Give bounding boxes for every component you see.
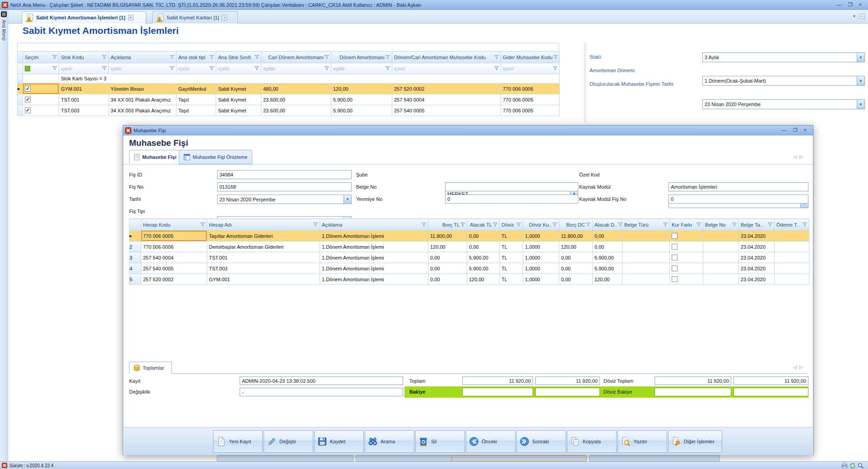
col-header-borc-dc[interactable]: Borç DC: [559, 219, 593, 231]
col-header-borc-tl[interactable]: Borç TL: [428, 219, 467, 231]
tab-sabit-kiymet-kartlari[interactable]: Sabit Kıymet Kartları [1] ×: [152, 11, 238, 23]
filter-funnel-icon[interactable]: [803, 223, 807, 227]
table-row[interactable]: ▸ 770 006 0005 Taşıtlar Amortisman Gider…: [130, 231, 809, 241]
tab-toplamlar[interactable]: Toplamlar: [129, 362, 172, 374]
filter-funnel-icon[interactable]: [552, 223, 557, 227]
col-header-cari-donem[interactable]: Cari Dönem Amortismanı: [261, 51, 331, 63]
totals-prev-icon[interactable]: ◁: [794, 365, 797, 370]
col-header-donem[interactable]: Dönem Amortismanı: [331, 51, 392, 63]
table-row[interactable]: ▸ ✓ GYM.001 Yönetim Binası GayriMenkul S…: [18, 84, 560, 94]
select-all-checkbox[interactable]: [25, 66, 30, 71]
filter-funnel-icon[interactable]: [325, 55, 329, 59]
filter-funnel-icon[interactable]: [663, 223, 668, 227]
yazdir-button[interactable]: Yazdır: [617, 430, 667, 453]
filter-aciklama[interactable]: içerir:: [109, 63, 176, 74]
row-select-cell[interactable]: ✓: [23, 105, 59, 116]
filter-funnel-icon[interactable]: [200, 223, 205, 227]
statu-select[interactable]: 3 Aylık ▼: [702, 52, 865, 62]
filter-funnel-icon[interactable]: [422, 223, 426, 227]
col-header-gider-muhasebe-kodu[interactable]: Gider Muhasebe Kodu: [501, 51, 560, 63]
filter-funnel-icon[interactable]: [696, 223, 701, 227]
sonraki-button[interactable]: Sonraki: [516, 430, 566, 453]
filter-funnel-icon[interactable]: [313, 223, 318, 227]
col-header-belge-turu[interactable]: Belge Türü: [622, 219, 670, 231]
arama-button[interactable]: Arama: [365, 430, 414, 453]
row-checkbox[interactable]: ✓: [25, 107, 31, 113]
col-header-ana-stok-tipi[interactable]: Ana stok tipi: [176, 51, 216, 63]
filter-funnel-icon[interactable]: [553, 66, 557, 70]
filter-cari-donem[interactable]: eşittir:: [261, 63, 331, 74]
kaynak-modul-fis-no-field[interactable]: 0: [668, 195, 808, 204]
yeni-kayit-button[interactable]: Yeni Kayıt: [213, 430, 263, 453]
col-header-belge-tarihi[interactable]: Belge Ta..: [739, 219, 775, 231]
col-header-aciklama[interactable]: Açıklama: [320, 219, 428, 231]
filter-funnel-icon[interactable]: [170, 55, 174, 59]
col-header-doviz[interactable]: Döviz: [500, 219, 523, 231]
filter-funnel-icon[interactable]: [255, 66, 259, 70]
fis-id-field[interactable]: 34984: [217, 170, 352, 179]
kur-farki-checkbox[interactable]: [672, 265, 678, 271]
filter-donem[interactable]: eşittir:: [331, 63, 392, 74]
tabbar-close-icon[interactable]: ×: [859, 14, 864, 19]
filter-secim[interactable]: [23, 63, 59, 74]
col-header-aciklama[interactable]: Açıklama: [109, 51, 176, 63]
table-row[interactable]: ✓ TST.001 34 XX 001 Plakalı Araçımız Taş…: [18, 94, 560, 105]
minimize-dialog-button[interactable]: —: [782, 127, 787, 133]
tab-close-icon[interactable]: ×: [222, 15, 227, 20]
fis-no-field[interactable]: 013168: [217, 182, 352, 191]
zoom-icon[interactable]: [858, 463, 863, 469]
tab-amortisman-islemleri[interactable]: Sabit Kıymet Amortisman İşlemleri [1] ×: [22, 11, 146, 23]
col-header-ana-stok-sinifi[interactable]: Ana Stok Sınıfı: [216, 51, 261, 63]
filter-funnel-icon[interactable]: [170, 66, 174, 70]
filter-funnel-icon[interactable]: [768, 223, 772, 227]
col-header-hesap-kodu[interactable]: Hesap Kodu: [141, 219, 207, 231]
col-header-alacak-tl[interactable]: Alacak TL: [467, 219, 500, 231]
kopyala-button[interactable]: Kopyala: [567, 430, 617, 453]
filter-funnel-icon[interactable]: [52, 55, 57, 59]
kur-farki-checkbox[interactable]: [672, 244, 678, 250]
filter-funnel-icon[interactable]: [553, 55, 558, 59]
close-window-button[interactable]: ×: [859, 2, 862, 8]
col-header-stok-kodu[interactable]: Stok Kodu: [59, 51, 109, 63]
filter-funnel-icon[interactable]: [493, 223, 497, 227]
row-select-cell[interactable]: ✓: [23, 84, 59, 94]
maximize-dialog-button[interactable]: ❐: [793, 127, 798, 133]
col-header-alacak-dc[interactable]: Alacak D..: [593, 219, 622, 231]
chevron-down-icon[interactable]: ▼: [343, 195, 351, 204]
row-select-cell[interactable]: ✓: [23, 94, 59, 105]
degistir-button[interactable]: Değiştir: [264, 430, 313, 453]
filter-ana-stok-tipi[interactable]: içerir:: [176, 63, 216, 74]
filter-funnel-icon[interactable]: [52, 66, 57, 70]
filter-funnel-icon[interactable]: [385, 55, 390, 59]
panel-splitter[interactable]: [584, 43, 586, 122]
table-row[interactable]: 4 257 540 0005 TST.003 1.Dönem Amortisma…: [130, 263, 809, 274]
kaynak-modul-field[interactable]: Amortisman İşlemleri: [668, 182, 808, 191]
amortisman-donemi-select[interactable]: 1.Dönem(Ocak-Şubat-Mart) ▼: [702, 76, 865, 86]
tab-close-icon[interactable]: ×: [128, 15, 134, 20]
filter-funnel-icon[interactable]: [102, 66, 107, 70]
table-row[interactable]: 2 770 006 0006 Demirbaşlar Amortisman Gi…: [130, 241, 809, 252]
tarihi-select[interactable]: 23 Nisan 2020 Perşembe▼: [217, 195, 352, 204]
filter-funnel-icon[interactable]: [732, 223, 737, 227]
table-row[interactable]: ✓ TST.003 34 XX 003 Plakalı Araçımız Taş…: [18, 105, 560, 116]
sil-button[interactable]: Sil: [415, 430, 465, 453]
refresh-icon[interactable]: [849, 463, 856, 469]
kaydet-button[interactable]: Kaydet: [314, 430, 364, 453]
tab-next-icon[interactable]: ▷: [799, 154, 803, 159]
filter-funnel-icon[interactable]: [255, 55, 259, 59]
chevron-down-icon[interactable]: ▼: [857, 53, 864, 62]
close-dialog-button[interactable]: ×: [804, 127, 807, 133]
filter-ana-stok-sinifi[interactable]: içerir:: [216, 63, 261, 74]
col-header-odeme-tipi[interactable]: Ödeme T..: [775, 219, 809, 231]
row-checkbox[interactable]: ✓: [25, 97, 31, 102]
filter-funnel-icon[interactable]: [618, 223, 622, 227]
filter-gider-kodu[interactable]: içerir:: [501, 63, 560, 74]
chevron-down-icon[interactable]: ▼: [857, 76, 864, 85]
col-header-doviz-kuru[interactable]: Döviz Ku..: [523, 219, 559, 231]
yevmiye-no-field[interactable]: 0: [445, 195, 578, 204]
tab-prev-icon[interactable]: ◁: [794, 154, 797, 159]
filter-funnel-icon[interactable]: [494, 66, 499, 70]
tab-muhasebe-fisi-onizleme[interactable]: Muhasebe Fişi Önizleme: [179, 150, 252, 164]
filter-funnel-icon[interactable]: [209, 66, 214, 70]
belge-no-field[interactable]: [445, 182, 578, 191]
